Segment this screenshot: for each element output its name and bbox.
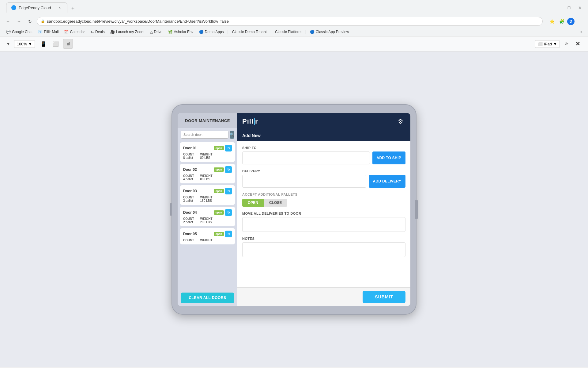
bookmark-separator-2: | bbox=[270, 30, 271, 34]
door-04-weight-label: WEIGHT bbox=[200, 217, 213, 220]
delivery-section: DELIVERY ADD DELIVERY bbox=[242, 169, 405, 188]
door-02-name: Door 02 bbox=[183, 167, 197, 172]
back-button[interactable]: ← bbox=[4, 17, 12, 26]
bookmark-calendar[interactable]: 📅 Calendar bbox=[62, 29, 87, 35]
settings-button[interactable]: ⚙ bbox=[396, 117, 405, 126]
door-item-01: Door 01 open ↻ COUNT 8 pallet bbox=[180, 142, 235, 162]
accept-pallets-section: ACCEPT ADDITIONAL PALLETS OPEN CLOSE bbox=[242, 193, 405, 207]
tablet-icon-button[interactable]: ⬜ bbox=[51, 39, 61, 49]
app-panel: Pill r ⚙ Add New SHIP TO bbox=[237, 113, 410, 306]
bookmark-classic-platform[interactable]: Classic Platform bbox=[273, 29, 304, 35]
door-01-count-value: 8 pallet bbox=[183, 156, 194, 159]
profile-button[interactable]: D bbox=[567, 18, 575, 25]
extension-button[interactable]: 🧩 bbox=[557, 17, 566, 26]
delivery-label: DELIVERY bbox=[242, 169, 405, 173]
browser-window-controls: ─ □ ✕ bbox=[554, 3, 584, 12]
notes-input[interactable] bbox=[242, 242, 405, 257]
bookmark-demo-apps[interactable]: 🔵 Demo Apps bbox=[197, 29, 226, 35]
bookmark-zoom[interactable]: 🎥 Launch my Zoom bbox=[108, 29, 147, 35]
door-02-count-value: 4 pallet bbox=[183, 178, 194, 181]
device-chevron-icon: ▼ bbox=[553, 42, 557, 46]
door-maintenance-sidebar: DOOR MAINTENANCE 🔍 Door 01 open bbox=[178, 113, 237, 306]
add-to-ship-button[interactable]: ADD TO SHIP bbox=[372, 151, 405, 164]
device-toolbar: ▼ 100% ▼ 📱 ⬜ 🖥 ⬜ iPad ▼ ⟳ ✕ bbox=[0, 36, 588, 52]
device-name: iPad bbox=[544, 42, 552, 46]
door-01-count-label: COUNT bbox=[183, 153, 194, 156]
maximize-button[interactable]: □ bbox=[565, 3, 573, 12]
bookmark-button[interactable]: ⭐ bbox=[548, 17, 556, 26]
door-02-weight-value: 80 LBS bbox=[200, 178, 213, 181]
app-header: Pill r ⚙ bbox=[237, 113, 410, 130]
door-01-name: Door 01 bbox=[183, 146, 197, 150]
desktop-icon-button[interactable]: 🖥 bbox=[63, 39, 73, 49]
door-04-badges: open ↻ bbox=[214, 209, 232, 216]
door-02-status-badge: open bbox=[214, 167, 224, 172]
tab-title: EdgeReady Cloud bbox=[19, 6, 51, 10]
door-03-weight-value: 180 LBS bbox=[200, 199, 213, 202]
door-01-weight-label: WEIGHT bbox=[200, 153, 213, 156]
mobile-icon-button[interactable]: 📱 bbox=[39, 39, 48, 49]
door-03-weight-label: WEIGHT bbox=[200, 196, 213, 199]
search-button[interactable]: 🔍 bbox=[230, 131, 234, 139]
device-icon: ⬜ bbox=[538, 42, 543, 46]
door-01-refresh-button[interactable]: ↻ bbox=[225, 145, 232, 151]
bookmark-classic-app-preview[interactable]: 🔵 Classic App Preview bbox=[307, 29, 352, 35]
door-05-weight-label: WEIGHT bbox=[200, 239, 213, 242]
collapse-toolbar-button[interactable]: ▼ bbox=[6, 41, 10, 46]
pillir-logo: Pill r bbox=[242, 117, 258, 125]
bookmarks-bar: 💬 Google Chat 📧 Pillir Mail 📅 Calendar 🏷… bbox=[0, 28, 588, 36]
tab-close-button[interactable]: × bbox=[57, 5, 62, 10]
notes-section: NOTES bbox=[242, 237, 405, 258]
minimize-button[interactable]: ─ bbox=[554, 3, 562, 12]
bookmark-separator-3: | bbox=[305, 30, 306, 34]
door-03-count-value: 3 pallet bbox=[183, 199, 194, 202]
move-deliveries-section: MOVE ALL DELIVERIES TO DOOR bbox=[242, 212, 405, 232]
submit-button[interactable]: SUBMIT bbox=[363, 291, 405, 303]
bookmark-ashoka[interactable]: 🌿 Ashoka Env bbox=[166, 29, 196, 35]
door-05-badges: open ↻ bbox=[214, 231, 232, 237]
refresh-button[interactable]: ↻ bbox=[26, 17, 34, 26]
move-deliveries-input[interactable] bbox=[242, 217, 405, 232]
bookmark-pillir-mail[interactable]: 📧 Pillir Mail bbox=[36, 29, 61, 35]
door-search-input[interactable] bbox=[181, 131, 228, 139]
open-close-toggle: OPEN CLOSE bbox=[242, 199, 405, 207]
close-toggle-button[interactable]: CLOSE bbox=[264, 199, 287, 207]
menu-button[interactable]: ⋮ bbox=[576, 17, 584, 26]
close-toolbar-button[interactable]: ✕ bbox=[573, 40, 582, 48]
door-03-refresh-button[interactable]: ↻ bbox=[225, 188, 232, 194]
ipad-side-button-left bbox=[170, 203, 172, 216]
device-selector[interactable]: ⬜ iPad ▼ bbox=[535, 40, 560, 48]
zoom-selector[interactable]: 100% ▼ bbox=[14, 40, 35, 48]
add-delivery-button[interactable]: ADD DELIVERY bbox=[369, 175, 406, 188]
more-bookmarks-button[interactable]: » bbox=[579, 29, 584, 35]
door-04-refresh-button[interactable]: ↻ bbox=[225, 209, 232, 216]
door-item-04: Door 04 open ↻ COUNT 2 pallet bbox=[180, 207, 235, 226]
bookmark-classic-demo[interactable]: Classic Demo Tenant bbox=[230, 29, 269, 35]
clear-all-doors-button[interactable]: CLEAR ALL DOORS bbox=[181, 293, 234, 303]
door-04-status-badge: open bbox=[214, 210, 224, 215]
new-tab-button[interactable]: + bbox=[69, 4, 77, 13]
door-01-header: Door 01 open ↻ bbox=[183, 145, 232, 151]
door-03-name: Door 03 bbox=[183, 189, 197, 193]
close-button[interactable]: ✕ bbox=[576, 3, 584, 12]
forward-button[interactable]: → bbox=[15, 17, 23, 26]
delivery-input[interactable] bbox=[242, 175, 366, 188]
url-bar[interactable]: 🔒 sandbox.edgereadycloud.net/Preview/div… bbox=[37, 17, 543, 26]
door-05-refresh-button[interactable]: ↻ bbox=[225, 231, 232, 237]
door-01-weight-value: 80 LBS bbox=[200, 156, 213, 159]
door-05-count-label: COUNT bbox=[183, 239, 194, 242]
logo-text-part1: Pill bbox=[242, 117, 254, 125]
bookmark-deals[interactable]: 🏷 Deals bbox=[88, 29, 107, 35]
active-tab[interactable]: EdgeReady Cloud × bbox=[6, 2, 67, 13]
rotate-button[interactable]: ⟳ bbox=[562, 40, 571, 48]
ship-to-input[interactable] bbox=[242, 151, 370, 164]
move-deliveries-label: MOVE ALL DELIVERIES TO DOOR bbox=[242, 212, 405, 215]
door-02-refresh-button[interactable]: ↻ bbox=[225, 166, 232, 173]
open-toggle-button[interactable]: OPEN bbox=[242, 199, 264, 207]
bookmark-google-chat[interactable]: 💬 Google Chat bbox=[4, 29, 35, 35]
logo-cursor-icon bbox=[254, 118, 255, 125]
door-02-header: Door 02 open ↻ bbox=[183, 166, 232, 173]
bookmark-drive[interactable]: △ Drive bbox=[148, 29, 165, 35]
url-text: sandbox.edgereadycloud.net/Preview/divya… bbox=[47, 19, 539, 24]
logo-text-part2: r bbox=[255, 117, 258, 125]
